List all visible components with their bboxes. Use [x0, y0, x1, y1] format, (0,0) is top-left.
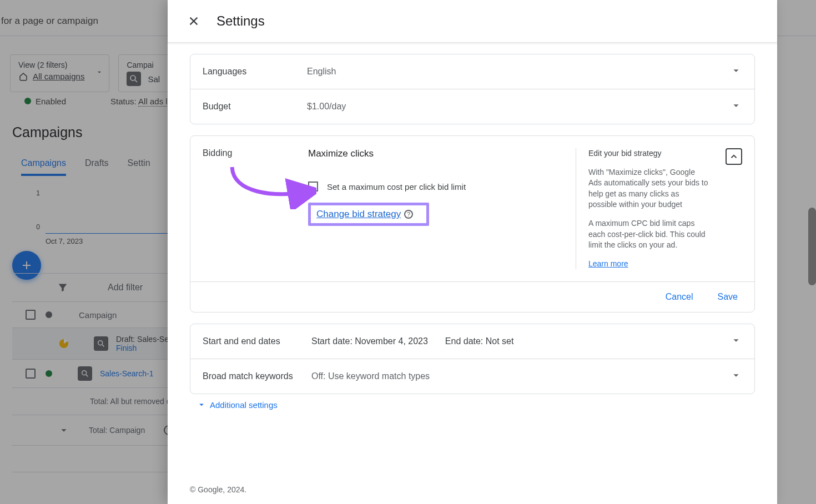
settings-panel: Settings Languages English Budget $1.00/…: [168, 0, 777, 504]
cancel-button[interactable]: Cancel: [666, 292, 693, 302]
close-button[interactable]: [187, 14, 201, 28]
save-button[interactable]: Save: [718, 292, 738, 302]
chevron-up-icon: [729, 152, 739, 162]
collapse-button[interactable]: [726, 148, 742, 165]
chevron-down-icon: [727, 334, 742, 349]
change-bid-strategy-link[interactable]: Change bid strategy: [316, 209, 401, 220]
panel-header: Settings: [168, 0, 777, 43]
scrollbar-thumb[interactable]: [808, 208, 816, 285]
help-icon[interactable]: ?: [404, 210, 413, 219]
chevron-down-icon: [197, 400, 206, 410]
start-date-value: Start date: November 4, 2023: [311, 336, 428, 346]
learn-more-link[interactable]: Learn more: [588, 259, 628, 268]
max-cpc-checkbox-label: Set a maximum cost per click bid limit: [327, 182, 466, 191]
bidding-section: Bidding Maximize clicks Set a maximum co…: [190, 135, 755, 313]
bidding-strategy-title: Maximize clicks: [308, 148, 576, 159]
footer-text: © Google, 2024.: [190, 485, 246, 494]
panel-title: Settings: [216, 13, 265, 29]
chevron-down-icon: [727, 64, 742, 79]
bidding-label: Bidding: [203, 148, 308, 269]
chevron-down-icon: [727, 369, 742, 384]
additional-settings-link[interactable]: Additional settings: [197, 400, 755, 410]
close-icon: [188, 15, 200, 27]
max-cpc-checkbox[interactable]: [308, 182, 318, 191]
dates-row[interactable]: Start and end dates Start date: November…: [190, 324, 754, 359]
chevron-down-icon: [727, 99, 742, 114]
change-bid-strategy-highlight: Change bid strategy ?: [308, 203, 429, 226]
end-date-value: End date: Not set: [445, 336, 514, 346]
budget-row[interactable]: Budget $1.00/day: [190, 89, 754, 124]
bidding-help-panel: Edit your bid strategy With "Maximize cl…: [576, 148, 709, 269]
languages-row[interactable]: Languages English: [190, 54, 754, 89]
broad-match-row[interactable]: Broad match keywords Off: Use keyword ma…: [190, 359, 754, 394]
